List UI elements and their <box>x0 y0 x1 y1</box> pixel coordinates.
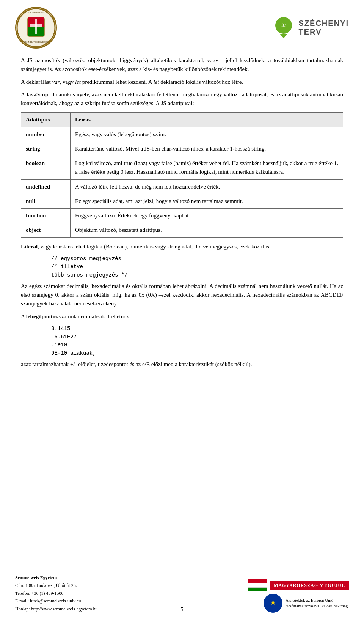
semmelweis-crest-svg: SEMMELWEIS EGYETEM BUDAPESTINENSIS <box>16 8 56 47</box>
paragraph-literal: Literál, vagy konstans lehet logikai (Bo… <box>21 242 343 251</box>
table-row: undefined A változó létre lett hozva, de… <box>21 179 343 194</box>
table-row: object Objektum változó, összetett adatt… <box>21 223 343 237</box>
desc-undefined: A változó létre lett hozva, de még nem l… <box>71 179 343 194</box>
flag-stripe-green <box>248 588 267 591</box>
table-row: string Karakterlánc változó. Mivel a JS-… <box>21 142 343 156</box>
footer-institution-info: Semmelweis Egyetem Cím: 1085. Budapest, … <box>15 574 98 613</box>
paragraph-identifiers: A JS azonosítók (változók, objektumok, f… <box>21 56 343 74</box>
page-footer: Semmelweis Egyetem Cím: 1085. Budapest, … <box>0 569 364 618</box>
institution-address: Cím: 1085. Budapest, Üllői út 26. <box>15 582 98 589</box>
table-header-row: Adattípus Leírás <box>21 113 343 127</box>
table-row: number Egész, vagy valós (lebegőpontos) … <box>21 127 343 142</box>
flag-stripe-white <box>248 583 267 588</box>
eu-flag-svg: ★ <box>265 596 281 611</box>
type-undefined: undefined <box>21 179 71 194</box>
institution-email: E-mail: hirek@semmelweis-univ.hu <box>15 597 98 605</box>
eu-text: A projektek az Európai Unió társfinanszí… <box>286 598 349 609</box>
svg-rect-5 <box>30 24 42 27</box>
hungary-badge: MAGYARORSZÁG MEGÚJUL <box>248 579 349 591</box>
col-header-type: Adattípus <box>21 113 71 127</box>
col-header-desc: Leírás <box>71 113 343 127</box>
eu-badge: ★ A projektek az Európai Unió társfinans… <box>264 594 349 613</box>
type-object: object <box>21 223 71 237</box>
code-float-examples: 3.1415 -6.61E27 .1e10 9E-10 alakúak, <box>51 325 343 358</box>
table-row: null Ez egy speciális adat, ami azt jelz… <box>21 194 343 208</box>
megujul-badge: MAGYARORSZÁG MEGÚJUL <box>270 581 349 590</box>
main-content: A JS azonosítók (változók, objektumok, f… <box>0 52 364 380</box>
type-string: string <box>21 142 71 156</box>
institution-name: Semmelweis Egyetem <box>15 574 98 582</box>
institution-phone: Telefon: +36 (1) 459-1500 <box>15 590 98 597</box>
paragraph-float-intro: A lebegőpontos számok decimálisak. Lehet… <box>21 312 343 321</box>
szechenyi-text: SZÉCHENYI TERV <box>299 19 349 36</box>
desc-string: Karakterlánc változó. Mivel a JS-ben cha… <box>71 142 343 156</box>
hungary-flag <box>248 579 267 591</box>
data-types-table: Adattípus Leírás number Egész, vagy való… <box>21 112 343 237</box>
type-function: function <box>21 209 71 223</box>
page-header: SEMMELWEIS EGYETEM BUDAPESTINENSIS ÚJ SZ… <box>0 0 364 52</box>
paragraph-integers: Az egész számokat decimális, hexadecimál… <box>21 282 343 308</box>
svg-text:BUDAPESTINENSIS: BUDAPESTINENSIS <box>27 12 44 14</box>
paragraph-dynamic: A JavaScript dinamikus nyelv, azaz nem k… <box>21 90 343 108</box>
paragraph-declaration: A deklarálást var, vagy let prediktummal… <box>21 78 343 86</box>
table-row: boolean Logikai változó, ami true (igaz)… <box>21 156 343 180</box>
desc-number: Egész, vagy valós (lebegőpontos) szám. <box>71 127 343 142</box>
uj-badge: ÚJ <box>275 17 292 34</box>
szechenyi-terv-logo: ÚJ SZÉCHENYI TERV <box>275 17 349 38</box>
type-number: number <box>21 127 71 142</box>
desc-boolean: Logikai változó, ami true (igaz) vagy fa… <box>71 156 343 180</box>
eu-text-line2: társfinanszírozásával valósulnak meg. <box>286 603 349 609</box>
semmelweis-logo: SEMMELWEIS EGYETEM BUDAPESTINENSIS <box>15 7 57 49</box>
desc-function: Függvényváltozó. Értéknek egy függvényt … <box>71 209 343 223</box>
desc-object: Objektum változó, összetett adattípus. <box>71 223 343 237</box>
email-link[interactable]: hirek@semmelweis-univ.hu <box>30 598 81 604</box>
eu-flag-circle: ★ <box>264 594 282 613</box>
page-number: 5 <box>180 606 184 613</box>
badge-arrow <box>280 34 287 38</box>
szechenyi-name-label: SZÉCHENYI <box>299 19 349 28</box>
svg-text:SEMMELWEIS EGYETEM: SEMMELWEIS EGYETEM <box>24 41 48 43</box>
institution-website: Honlap: http://www.semmelweis-egyetem.hu <box>15 605 98 613</box>
flag-stripe-red <box>248 579 267 583</box>
website-link[interactable]: http://www.semmelweis-egyetem.hu <box>31 606 98 612</box>
svg-text:★: ★ <box>270 599 276 606</box>
szechenyi-terv-label: TERV <box>299 28 322 36</box>
code-comment-examples: // egysoros megjegyzés /* illetve több s… <box>51 255 343 280</box>
table-row: function Függvényváltozó. Értéknek egy f… <box>21 209 343 223</box>
desc-null: Ez egy speciális adat, ami azt jelzi, ho… <box>71 194 343 208</box>
paragraph-float-desc: azaz tartalmazhatnak +/- előjelet, tized… <box>21 360 343 369</box>
type-null: null <box>21 194 71 208</box>
eu-text-line1: A projektek az Európai Unió <box>286 598 349 603</box>
footer-badges: MAGYARORSZÁG MEGÚJUL ★ A projektek az Eu… <box>248 579 349 613</box>
type-boolean: boolean <box>21 156 71 180</box>
